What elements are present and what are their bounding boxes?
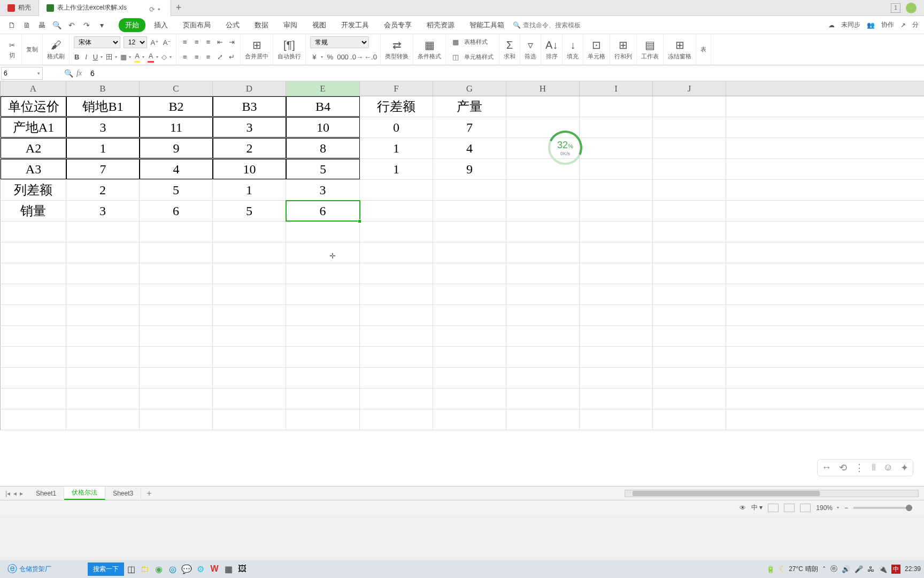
cell-J16[interactable] bbox=[653, 409, 726, 430]
cells-group[interactable]: ⊡单元格 bbox=[583, 34, 610, 65]
cell-J15[interactable] bbox=[653, 389, 726, 409]
cell-H13[interactable] bbox=[506, 347, 580, 367]
cell-H8[interactable] bbox=[506, 242, 580, 263]
cell-D11[interactable] bbox=[213, 305, 286, 325]
cell-E4[interactable]: 5 bbox=[286, 159, 360, 179]
tablestyle-label[interactable]: 表格样式 bbox=[464, 38, 488, 46]
menu-resources[interactable]: 稻壳资源 bbox=[420, 18, 461, 32]
sheet-group[interactable]: ▤工作表 bbox=[637, 34, 664, 65]
align-top-icon[interactable]: ≡ bbox=[181, 37, 189, 48]
cell-B12[interactable] bbox=[66, 326, 140, 346]
cell-A16[interactable] bbox=[1, 409, 66, 430]
cell-A7[interactable] bbox=[1, 222, 66, 242]
fill-handle[interactable] bbox=[358, 219, 361, 223]
cell-E10[interactable] bbox=[286, 284, 360, 305]
currency-icon[interactable]: ¥ bbox=[310, 52, 319, 63]
fx-icon[interactable]: fx bbox=[76, 69, 82, 78]
cell-C4[interactable]: 4 bbox=[140, 159, 213, 179]
chat-icon[interactable]: 💬 bbox=[180, 562, 194, 576]
cell-D16[interactable] bbox=[213, 409, 286, 430]
cell-I14[interactable] bbox=[580, 368, 653, 388]
percent-icon[interactable]: % bbox=[326, 52, 335, 63]
power-icon[interactable]: 🔌 bbox=[879, 565, 887, 573]
cell-A9[interactable] bbox=[1, 263, 66, 284]
cell-F14[interactable] bbox=[360, 368, 433, 388]
orient-icon[interactable]: ⤢ bbox=[215, 51, 224, 62]
browser2-icon[interactable]: ◎ bbox=[166, 562, 180, 576]
zoom-out-icon[interactable]: − bbox=[844, 504, 848, 512]
cell-C14[interactable] bbox=[140, 368, 213, 388]
merge-group[interactable]: ⊞ 合并居中 bbox=[241, 34, 273, 65]
cell-A13[interactable] bbox=[1, 347, 66, 367]
float-tool-2-icon[interactable]: ⟲ bbox=[839, 462, 847, 474]
grow-font-icon[interactable]: A⁺ bbox=[150, 37, 159, 48]
cell-J5[interactable] bbox=[653, 180, 726, 200]
horizontal-scrollbar[interactable] bbox=[625, 490, 919, 497]
cell-C8[interactable] bbox=[140, 242, 213, 263]
sort-group[interactable]: A↓排序 bbox=[541, 34, 563, 65]
volume-icon[interactable]: 🔊 bbox=[842, 565, 850, 573]
cell-E3[interactable]: 8 bbox=[286, 138, 360, 158]
cell-I4[interactable] bbox=[580, 159, 653, 179]
sheet-tab-3[interactable]: Sheet3 bbox=[105, 488, 141, 499]
cell-H7[interactable] bbox=[506, 222, 580, 242]
cell-F3[interactable]: 1 bbox=[360, 138, 433, 158]
ime-indicator[interactable]: 中 bbox=[891, 565, 900, 574]
cell-I1[interactable] bbox=[580, 96, 653, 117]
cell-C16[interactable] bbox=[140, 409, 213, 430]
cell-F5[interactable] bbox=[360, 180, 433, 200]
cell-F10[interactable] bbox=[360, 284, 433, 305]
cell-E9[interactable] bbox=[286, 263, 360, 284]
saveas-icon[interactable]: 🗎 bbox=[20, 19, 33, 32]
cell-I13[interactable] bbox=[580, 347, 653, 367]
cell-G13[interactable] bbox=[433, 347, 506, 367]
cell-J11[interactable] bbox=[653, 305, 726, 325]
cell-F11[interactable] bbox=[360, 305, 433, 325]
cell-E6[interactable]: 6 bbox=[286, 201, 360, 221]
tab-sync-icon[interactable]: ⟳ bbox=[149, 5, 155, 11]
cell-J1[interactable] bbox=[653, 96, 726, 117]
tablestyle-icon[interactable]: ▦ bbox=[450, 37, 461, 48]
wrap-group[interactable]: [¶] 自动换行 bbox=[273, 34, 306, 65]
cell-J10[interactable] bbox=[653, 284, 726, 305]
col-header-A[interactable]: A bbox=[1, 81, 66, 96]
cell-F8[interactable] bbox=[360, 242, 433, 263]
battery-icon[interactable]: 🔋 bbox=[766, 565, 775, 573]
fmtpaint-group[interactable]: 🖌 格式刷 bbox=[43, 34, 70, 65]
mic-icon[interactable]: 🎤 bbox=[854, 565, 863, 573]
name-box[interactable]: 6 ▾ bbox=[1, 67, 43, 80]
align-right-icon[interactable]: ≡ bbox=[204, 51, 213, 62]
cell-I12[interactable] bbox=[580, 326, 653, 346]
collab-label[interactable]: 协作 bbox=[881, 20, 894, 29]
taskbar-search[interactable]: 搜索一下 bbox=[88, 562, 124, 576]
taskbar-app-ie[interactable]: ⓔ 仓储货架厂 bbox=[3, 561, 56, 577]
chevron-down-icon[interactable]: ▾ bbox=[37, 71, 40, 76]
zoom-fx-icon[interactable]: 🔍 bbox=[64, 69, 73, 78]
cell-F7[interactable] bbox=[360, 222, 433, 242]
cell-D6[interactable]: 5 bbox=[213, 201, 286, 221]
cell-B6[interactable]: 3 bbox=[66, 201, 140, 221]
cell-C11[interactable] bbox=[140, 305, 213, 325]
float-tool-1-icon[interactable]: ↔ bbox=[822, 462, 831, 474]
col-header-C[interactable]: C bbox=[140, 81, 213, 96]
cell-B1[interactable]: 销地B1 bbox=[66, 96, 140, 117]
rowcol-group[interactable]: ⊞行和列 bbox=[610, 34, 637, 65]
add-sheet-button[interactable]: + bbox=[141, 489, 157, 498]
command-search[interactable]: 🔍 bbox=[513, 21, 587, 29]
menu-formula[interactable]: 公式 bbox=[219, 18, 246, 32]
col-header-H[interactable]: H bbox=[506, 81, 580, 96]
dec-decimal-icon[interactable]: ←.0 bbox=[365, 52, 376, 63]
float-tool-6-icon[interactable]: ✦ bbox=[900, 462, 908, 474]
cell-I11[interactable] bbox=[580, 305, 653, 325]
cell-E12[interactable] bbox=[286, 326, 360, 346]
copy-label[interactable]: 复制 bbox=[26, 45, 38, 54]
cell-A5[interactable]: 列差额 bbox=[1, 180, 66, 200]
preview-icon[interactable]: 🔍 bbox=[50, 19, 63, 32]
cell-E8[interactable] bbox=[286, 242, 360, 263]
cell-H10[interactable] bbox=[506, 284, 580, 305]
formula-input[interactable] bbox=[87, 67, 924, 80]
font-color-icon[interactable]: A bbox=[148, 52, 153, 63]
indent-inc-icon[interactable]: ⇥ bbox=[227, 37, 236, 48]
cell-G10[interactable] bbox=[433, 284, 506, 305]
cell-F1[interactable]: 行差额 bbox=[360, 96, 433, 117]
